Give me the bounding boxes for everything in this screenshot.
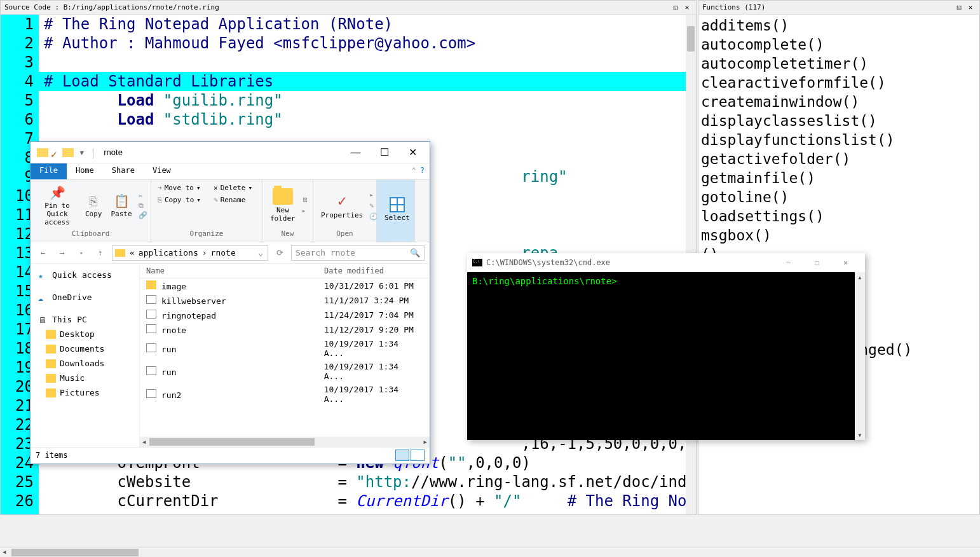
paste-shortcut-icon[interactable]: 🔗 [139, 211, 147, 219]
function-item[interactable]: displayclasseslist() [701, 111, 977, 130]
cut-icon[interactable]: ✂ [139, 192, 147, 200]
functions-close-icon[interactable]: ✕ [965, 3, 976, 12]
cmd-maximize-button[interactable]: ☐ [803, 254, 831, 272]
breadcrumb-rnote[interactable]: rnote [209, 248, 238, 258]
ribbon-tabs: File Home Share View ⌃ ? [31, 163, 430, 180]
editor-title-text: Source Code : B:/ring/applications/rnote… [4, 3, 670, 11]
function-item[interactable]: msgbox() [701, 226, 977, 245]
easy-access-icon[interactable]: ▸ [302, 207, 309, 215]
thumbnails-view-button[interactable] [411, 450, 425, 461]
tab-view[interactable]: View [144, 163, 180, 179]
file-list[interactable]: Name Date modified image10/31/2017 6:01 … [140, 264, 430, 447]
address-path[interactable]: « applications › rnote ⌄ [112, 245, 268, 261]
tree-desktop[interactable]: Desktop [31, 327, 139, 341]
help-icon[interactable]: ? [420, 166, 425, 177]
select-button[interactable]: Select [382, 196, 412, 223]
tree-this-pc[interactable]: 🖥This PC [31, 312, 139, 327]
function-item[interactable]: getmainfile() [701, 168, 977, 188]
refresh-button[interactable]: ⟳ [272, 245, 287, 261]
breadcrumb-applications[interactable]: applications [137, 248, 200, 258]
cmd-terminal[interactable]: B:\ring\applications\rnote> [467, 272, 855, 440]
ribbon-collapse-icon[interactable]: ⌃ [412, 166, 416, 177]
function-item[interactable]: clearactiveformfile() [701, 73, 977, 92]
function-item[interactable]: loadsettings() [701, 207, 977, 226]
minimize-button[interactable]: — [341, 143, 370, 162]
function-item[interactable]: getactivefolder() [701, 149, 977, 168]
close-button[interactable]: ✕ [398, 143, 427, 162]
status-bar: 7 items [31, 447, 430, 462]
folder-icon [46, 374, 56, 383]
file-row[interactable]: run10/19/2017 1:34 A... [140, 360, 430, 383]
paste-button[interactable]: 📋 Paste [109, 192, 135, 219]
search-input[interactable]: Search rnote 🔍 [291, 245, 425, 261]
up-button[interactable]: ↑ [93, 245, 108, 261]
tree-onedrive[interactable]: ☁OneDrive [31, 290, 139, 305]
navigation-tree[interactable]: ★Quick access ☁OneDrive 🖥This PC Desktop… [31, 264, 140, 447]
functions-undock-icon[interactable]: ◱ [954, 3, 964, 12]
details-view-button[interactable] [395, 450, 409, 461]
copy-path-icon[interactable]: ⧉ [139, 202, 147, 210]
column-date[interactable]: Date modified [324, 266, 384, 275]
folder-icon [46, 345, 56, 354]
file-row[interactable]: run10/19/2017 1:34 A... [140, 337, 430, 360]
explorer-titlebar[interactable]: ✓ ▾ | rnote — ☐ ✕ [31, 142, 430, 163]
file-row[interactable]: ringnotepad11/24/2017 7:04 PM [140, 308, 430, 322]
rename-button[interactable]: ✎Rename [212, 195, 247, 205]
tab-share[interactable]: Share [103, 163, 144, 179]
recent-button[interactable]: ▾ [74, 245, 89, 261]
copy-button[interactable]: ⎘ Copy [83, 192, 105, 219]
pin-icon: 📌 [50, 185, 65, 200]
pin-to-quick-access-button[interactable]: 📌 Pin to Quick access [36, 184, 79, 228]
file-row[interactable]: rnote11/12/2017 9:20 PM [140, 322, 430, 337]
copy-to-icon: ⎘ [158, 196, 162, 204]
file-row[interactable]: killwebserver11/1/2017 3:24 PM [140, 293, 430, 308]
forward-button[interactable]: → [55, 245, 70, 261]
cmd-scrollbar[interactable]: ▲ ▼ [855, 272, 865, 440]
function-item[interactable]: additems() [701, 16, 977, 35]
file-row[interactable]: run210/19/2017 1:34 A... [140, 383, 430, 406]
doc-icon [146, 324, 156, 333]
file-explorer-window: ✓ ▾ | rnote — ☐ ✕ File Home Share View ⌃… [30, 141, 430, 464]
address-dropdown-icon[interactable]: ⌄ [256, 248, 265, 258]
maximize-button[interactable]: ☐ [370, 143, 398, 162]
tree-pictures[interactable]: Pictures [31, 385, 139, 400]
cmd-title-text: C:\WINDOWS\system32\cmd.exe [486, 258, 774, 267]
back-button[interactable]: ← [36, 245, 51, 261]
list-hscroll[interactable]: ◀ ▶ [140, 437, 430, 447]
delete-button[interactable]: ✕Delete ▾ [212, 182, 254, 193]
functions-titlebar: Functions (117) ◱ ✕ [698, 1, 979, 15]
search-icon[interactable]: 🔍 [410, 248, 420, 258]
new-item-icon[interactable]: 🗎 [302, 196, 309, 204]
chevron-down-icon[interactable]: ▾ [76, 146, 88, 158]
file-row[interactable]: image10/31/2017 6:01 PM [140, 278, 430, 293]
horizontal-scrollbar[interactable]: ◀ [0, 547, 980, 557]
copy-to-button[interactable]: ⎘Copy to ▾ [156, 195, 202, 205]
doc-icon [146, 295, 156, 304]
properties-button[interactable]: ✓ Properties [318, 191, 365, 221]
tab-home[interactable]: Home [67, 163, 103, 179]
cmd-minimize-button[interactable]: — [774, 254, 803, 272]
function-item[interactable]: autocompletetimer() [701, 54, 977, 73]
doc-icon [146, 389, 156, 398]
column-name[interactable]: Name [146, 266, 324, 275]
function-item[interactable]: autocomplete() [701, 35, 977, 54]
tab-file[interactable]: File [31, 163, 67, 179]
cmd-close-button[interactable]: ✕ [831, 254, 860, 272]
tree-documents[interactable]: Documents [31, 341, 139, 356]
editor-undock-icon[interactable]: ◱ [670, 3, 681, 12]
function-item[interactable]: gotoline() [701, 188, 977, 207]
function-item[interactable]: displayfunctionslist() [701, 130, 977, 149]
doc-icon [146, 343, 156, 352]
new-folder-button[interactable]: New folder [268, 187, 298, 224]
editor-close-icon[interactable]: ✕ [682, 3, 692, 12]
organize-group-label: Organize [156, 228, 257, 239]
function-item[interactable]: createmainwindow() [701, 92, 977, 111]
move-to-button[interactable]: ➜Move to ▾ [156, 182, 202, 193]
cmd-titlebar[interactable]: C:\WINDOWS\system32\cmd.exe — ☐ ✕ [467, 253, 865, 272]
doc-icon [146, 310, 156, 319]
properties-icon: ✓ [337, 192, 346, 210]
tree-downloads[interactable]: Downloads [31, 356, 139, 371]
list-header[interactable]: Name Date modified [140, 264, 430, 278]
tree-quick-access[interactable]: ★Quick access [31, 268, 139, 282]
tree-music[interactable]: Music [31, 371, 139, 385]
